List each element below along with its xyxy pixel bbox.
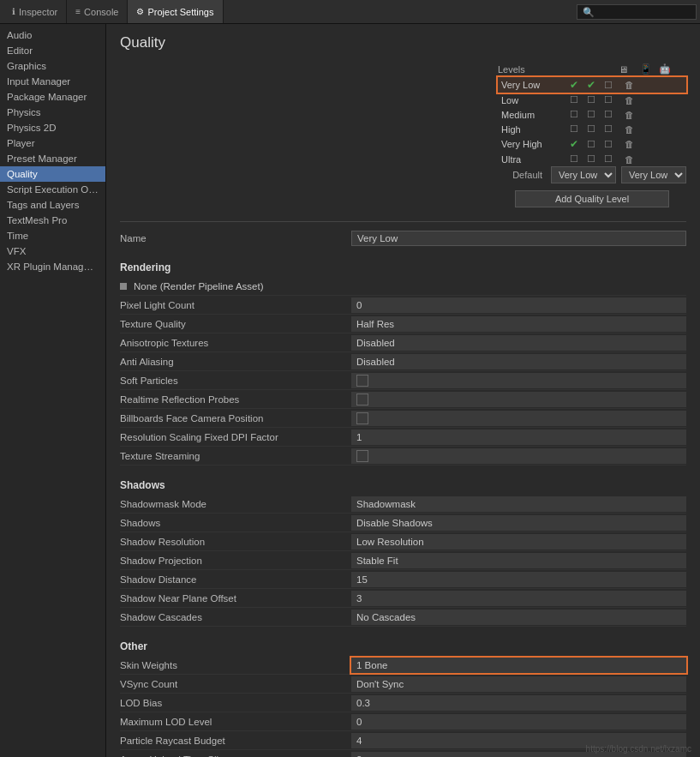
footer-url: https://blog.csdn.net/lxzamc bbox=[586, 744, 691, 754]
render-pipeline-row: None (Render Pipeline Asset) bbox=[120, 277, 686, 296]
level-row-ultra[interactable]: Ultra ☐ ☐ ☐ 🗑 bbox=[498, 152, 686, 166]
value-texture-streaming[interactable] bbox=[351, 448, 686, 464]
delete-vh-icon[interactable]: 🗑 bbox=[625, 139, 634, 149]
value-anti-aliasing: Disabled bbox=[351, 354, 686, 369]
delete-ultra-icon[interactable]: 🗑 bbox=[625, 154, 634, 165]
search-input[interactable] bbox=[577, 4, 697, 20]
label-shadowmask-mode: Shadowmask Mode bbox=[120, 497, 351, 511]
setting-shadow-distance: Shadow Distance 15 bbox=[120, 570, 686, 589]
sidebar-item-audio[interactable]: Audio bbox=[0, 27, 105, 43]
check-android-low: ☐ bbox=[604, 94, 613, 105]
value-realtime-reflection[interactable] bbox=[351, 392, 686, 407]
add-quality-button[interactable]: Add Quality Level bbox=[515, 190, 669, 207]
sidebar-item-editor[interactable]: Editor bbox=[0, 43, 105, 58]
label-resolution-scaling: Resolution Scaling Fixed DPI Factor bbox=[120, 430, 351, 444]
value-max-lod-level: 0 bbox=[351, 714, 686, 730]
level-name-low: Low bbox=[501, 95, 570, 105]
setting-pixel-light-count: Pixel Light Count 0 bbox=[120, 296, 686, 315]
delete-med-icon[interactable]: 🗑 bbox=[625, 110, 634, 120]
other-settings: Skin Weights 1 Bone VSync Count Don't Sy… bbox=[120, 656, 686, 757]
value-lod-bias: 0.3 bbox=[351, 695, 686, 711]
setting-anti-aliasing: Anti Aliasing Disabled bbox=[120, 352, 686, 371]
level-row-very-low[interactable]: Very Low ✔ ✔ ☐ 🗑 bbox=[498, 77, 686, 93]
setting-texture-quality: Texture Quality Half Res bbox=[120, 315, 686, 333]
levels-container: Levels 🖥 📱 🤖 Very Low ✔ ✔ ☐ 🗑 bbox=[120, 63, 686, 207]
level-row-very-high[interactable]: Very High ✔ ☐ ☐ 🗑 bbox=[498, 136, 686, 152]
checkbox-billboards[interactable] bbox=[356, 412, 368, 424]
sidebar-item-textmesh[interactable]: TextMesh Pro bbox=[0, 213, 105, 228]
sidebar-item-vfx[interactable]: VFX bbox=[0, 243, 105, 259]
label-billboards: Billboards Face Camera Position bbox=[120, 412, 351, 425]
setting-max-lod-level: Maximum LOD Level 0 bbox=[120, 712, 686, 731]
sidebar-item-quality[interactable]: Quality bbox=[0, 166, 105, 182]
sidebar-item-xr-plugin[interactable]: XR Plugin Managemer bbox=[0, 259, 105, 274]
value-billboards[interactable] bbox=[351, 411, 686, 426]
setting-billboards: Billboards Face Camera Position bbox=[120, 409, 686, 428]
value-anisotropic: Disabled bbox=[351, 335, 686, 351]
content-area: Quality Levels 🖥 📱 🤖 Very Low bbox=[106, 24, 700, 757]
label-soft-particles: Soft Particles bbox=[120, 374, 351, 388]
sidebar-item-graphics[interactable]: Graphics bbox=[0, 58, 105, 74]
sidebar-item-script-execution[interactable]: Script Execution Orde bbox=[0, 182, 105, 197]
setting-realtime-reflection: Realtime Reflection Probes bbox=[120, 390, 686, 409]
delete-low-icon[interactable]: 🗑 bbox=[625, 95, 634, 105]
level-name-very-high: Very High bbox=[501, 139, 570, 149]
value-soft-particles[interactable] bbox=[351, 373, 686, 388]
default-desktop-dropdown[interactable]: Very LowLowMediumHigh bbox=[551, 166, 616, 183]
level-row-high[interactable]: High ☐ ☐ ☐ 🗑 bbox=[498, 122, 686, 136]
level-row-medium[interactable]: Medium ☐ ☐ ☐ 🗑 bbox=[498, 107, 686, 122]
delete-vl-icon[interactable]: 🗑 bbox=[625, 80, 634, 90]
check-desktop-vl: ✔ bbox=[570, 79, 578, 91]
setting-texture-streaming: Texture Streaming bbox=[120, 447, 686, 466]
check-ios-med: ☐ bbox=[587, 109, 595, 120]
tab-console[interactable]: ≡ Console bbox=[67, 0, 128, 23]
level-checks-ultra: ☐ ☐ ☐ 🗑 bbox=[570, 153, 634, 165]
sidebar-item-physics2d[interactable]: Physics 2D bbox=[0, 120, 105, 135]
setting-vsync-count: VSync Count Don't Sync bbox=[120, 675, 686, 694]
level-checks-high: ☐ ☐ ☐ 🗑 bbox=[570, 123, 634, 135]
value-vsync-count: Don't Sync bbox=[351, 676, 686, 692]
level-name-high: High bbox=[501, 124, 570, 135]
delete-high-icon[interactable]: 🗑 bbox=[625, 124, 634, 135]
label-texture-quality: Texture Quality bbox=[120, 317, 351, 331]
sidebar-item-input-manager[interactable]: Input Manager bbox=[0, 74, 105, 89]
check-android-high: ☐ bbox=[604, 123, 613, 135]
sidebar-item-physics[interactable]: Physics bbox=[0, 105, 105, 120]
check-android-vh: ☐ bbox=[604, 139, 613, 150]
tab-bar: ℹ Inspector ≡ Console ⚙ Project Settings bbox=[0, 0, 700, 24]
check-ios-vl: ✔ bbox=[587, 79, 595, 91]
value-shadowmask-mode: Shadowmask bbox=[351, 496, 686, 512]
divider bbox=[120, 221, 686, 222]
level-row-low[interactable]: Low ☐ ☐ ☐ 🗑 bbox=[498, 93, 686, 107]
rendering-header: Rendering bbox=[120, 258, 686, 273]
checkbox-texture-streaming[interactable] bbox=[356, 450, 368, 462]
checkbox-soft-particles[interactable] bbox=[356, 375, 368, 387]
setting-shadow-cascades: Shadow Cascades No Cascades bbox=[120, 608, 686, 627]
value-shadow-distance: 15 bbox=[351, 572, 686, 587]
tab-project-settings[interactable]: ⚙ Project Settings bbox=[128, 0, 223, 23]
render-dot-icon bbox=[120, 283, 127, 290]
value-pixel-light-count: 0 bbox=[351, 297, 686, 313]
sidebar-item-time[interactable]: Time bbox=[0, 228, 105, 243]
level-checks-medium: ☐ ☐ ☐ 🗑 bbox=[570, 109, 634, 120]
setting-soft-particles: Soft Particles bbox=[120, 371, 686, 390]
label-shadow-near-plane: Shadow Near Plane Offset bbox=[120, 592, 351, 605]
shadows-header: Shadows bbox=[120, 476, 686, 491]
label-async-upload-time: Async Upload Time Slice bbox=[120, 753, 351, 758]
other-header: Other bbox=[120, 637, 686, 652]
sidebar-item-player[interactable]: Player bbox=[0, 135, 105, 151]
render-pipeline-value: None (Render Pipeline Asset) bbox=[130, 279, 686, 293]
checkbox-realtime-reflection[interactable] bbox=[356, 394, 368, 406]
name-input[interactable] bbox=[351, 231, 686, 246]
sidebar-item-tags-layers[interactable]: Tags and Layers bbox=[0, 197, 105, 213]
sidebar-item-package-manager[interactable]: Package Manager bbox=[0, 89, 105, 105]
tab-inspector[interactable]: ℹ Inspector bbox=[3, 0, 67, 23]
value-shadows: Disable Shadows bbox=[351, 515, 686, 531]
default-ios-dropdown[interactable]: Very LowLow bbox=[621, 166, 686, 183]
android-icon: 🤖 bbox=[659, 63, 671, 75]
setting-anisotropic: Anisotropic Textures Disabled bbox=[120, 333, 686, 352]
setting-shadow-projection: Shadow Projection Stable Fit bbox=[120, 551, 686, 570]
sidebar-item-preset-manager[interactable]: Preset Manager bbox=[0, 151, 105, 166]
levels-label: Levels bbox=[498, 64, 619, 75]
label-vsync-count: VSync Count bbox=[120, 677, 351, 691]
